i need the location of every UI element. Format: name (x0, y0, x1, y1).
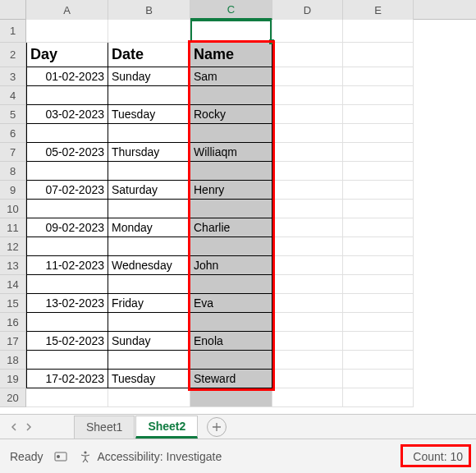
cell-B13[interactable]: Wednesday (108, 256, 190, 275)
cell-D16[interactable] (272, 313, 343, 332)
cell-B15[interactable]: Friday (108, 294, 190, 313)
cell-E19[interactable] (343, 370, 414, 388)
cell-D4[interactable] (272, 86, 343, 105)
cell-A19[interactable]: 17-02-2023 (26, 370, 108, 388)
cell-D19[interactable] (272, 370, 343, 388)
cell-B18[interactable] (108, 351, 190, 370)
row-header-2[interactable]: 2 (0, 43, 26, 67)
row-header-3[interactable]: 3 (0, 67, 26, 86)
cell-A6[interactable] (26, 124, 108, 143)
cell-A1[interactable] (26, 20, 108, 43)
cell-E14[interactable] (343, 275, 414, 294)
cell-C15[interactable]: Eva (190, 294, 272, 313)
cell-A20[interactable] (26, 388, 108, 407)
cell-D18[interactable] (272, 351, 343, 370)
cell-C12[interactable] (190, 237, 272, 256)
cell-B19[interactable]: Tuesday (108, 370, 190, 388)
cell-A10[interactable] (26, 200, 108, 218)
row-header-16[interactable]: 16 (0, 313, 26, 332)
cell-D13[interactable] (272, 256, 343, 275)
cell-C13[interactable]: John (190, 256, 272, 275)
cell-D5[interactable] (272, 105, 343, 124)
cell-D8[interactable] (272, 162, 343, 181)
column-header-B[interactable]: B (108, 0, 190, 20)
tab-sheet1[interactable]: Sheet1 (74, 416, 135, 439)
cell-A11[interactable]: 09-02-2023 (26, 218, 108, 237)
cell-A17[interactable]: 15-02-2023 (26, 332, 108, 351)
cell-B9[interactable]: Saturday (108, 181, 190, 200)
cell-C16[interactable] (190, 313, 272, 332)
cell-A8[interactable] (26, 162, 108, 181)
cell-D10[interactable] (272, 200, 343, 218)
cell-E13[interactable] (343, 256, 414, 275)
cell-D20[interactable] (272, 388, 343, 407)
cell-C8[interactable] (190, 162, 272, 181)
cell-A16[interactable] (26, 313, 108, 332)
cell-C6[interactable] (190, 124, 272, 143)
column-header-A[interactable]: A (26, 0, 108, 20)
cell-D2[interactable] (272, 43, 343, 67)
cell-C11[interactable]: Charlie (190, 218, 272, 237)
cell-E11[interactable] (343, 218, 414, 237)
cell-C5[interactable]: Rocky (190, 105, 272, 124)
cell-D14[interactable] (272, 275, 343, 294)
cell-C14[interactable] (190, 275, 272, 294)
cell-E20[interactable] (343, 388, 414, 407)
new-sheet-button[interactable] (207, 417, 227, 437)
accessibility-icon[interactable] (79, 450, 92, 463)
cell-A2[interactable]: Day (26, 43, 108, 67)
cell-C18[interactable] (190, 351, 272, 370)
cell-C19[interactable]: Steward (190, 370, 272, 388)
cell-E1[interactable] (343, 20, 414, 43)
cell-A14[interactable] (26, 275, 108, 294)
row-header-5[interactable]: 5 (0, 105, 26, 124)
row-header-10[interactable]: 10 (0, 200, 26, 218)
cell-E10[interactable] (343, 200, 414, 218)
cell-E2[interactable] (343, 43, 414, 67)
cell-B12[interactable] (108, 237, 190, 256)
cell-E17[interactable] (343, 332, 414, 351)
cell-B6[interactable] (108, 124, 190, 143)
cell-D15[interactable] (272, 294, 343, 313)
cell-E4[interactable] (343, 86, 414, 105)
cell-E9[interactable] (343, 181, 414, 200)
select-all-corner[interactable] (0, 0, 26, 20)
cell-B3[interactable]: Sunday (108, 67, 190, 86)
cell-E6[interactable] (343, 124, 414, 143)
row-header-13[interactable]: 13 (0, 256, 26, 275)
tab-nav-next-icon[interactable] (23, 421, 34, 433)
row-header-8[interactable]: 8 (0, 162, 26, 181)
cell-B8[interactable] (108, 162, 190, 181)
row-header-9[interactable]: 9 (0, 181, 26, 200)
cell-D1[interactable] (272, 20, 343, 43)
row-header-18[interactable]: 18 (0, 351, 26, 370)
cell-D9[interactable] (272, 181, 343, 200)
macro-record-icon[interactable] (54, 450, 67, 463)
status-accessibility[interactable]: Accessibility: Investigate (97, 450, 222, 463)
row-header-12[interactable]: 12 (0, 237, 26, 256)
cell-B1[interactable] (108, 20, 190, 43)
column-header-E[interactable]: E (343, 0, 414, 20)
cell-A4[interactable] (26, 86, 108, 105)
tab-sheet2[interactable]: Sheet2 (135, 416, 198, 439)
row-header-4[interactable]: 4 (0, 86, 26, 105)
cell-B5[interactable]: Tuesday (108, 105, 190, 124)
cell-E8[interactable] (343, 162, 414, 181)
row-header-7[interactable]: 7 (0, 143, 26, 162)
row-header-1[interactable]: 1 (0, 20, 26, 43)
cell-A15[interactable]: 13-02-2023 (26, 294, 108, 313)
cell-B20[interactable] (108, 388, 190, 407)
row-header-17[interactable]: 17 (0, 332, 26, 351)
cell-D11[interactable] (272, 218, 343, 237)
row-header-11[interactable]: 11 (0, 218, 26, 237)
row-header-19[interactable]: 19 (0, 370, 26, 388)
cell-A13[interactable]: 11-02-2023 (26, 256, 108, 275)
cell-D12[interactable] (272, 237, 343, 256)
cell-D17[interactable] (272, 332, 343, 351)
cell-B16[interactable] (108, 313, 190, 332)
cell-B4[interactable] (108, 86, 190, 105)
cell-B7[interactable]: Thursday (108, 143, 190, 162)
cell-A9[interactable]: 07-02-2023 (26, 181, 108, 200)
cell-D7[interactable] (272, 143, 343, 162)
row-header-15[interactable]: 15 (0, 294, 26, 313)
